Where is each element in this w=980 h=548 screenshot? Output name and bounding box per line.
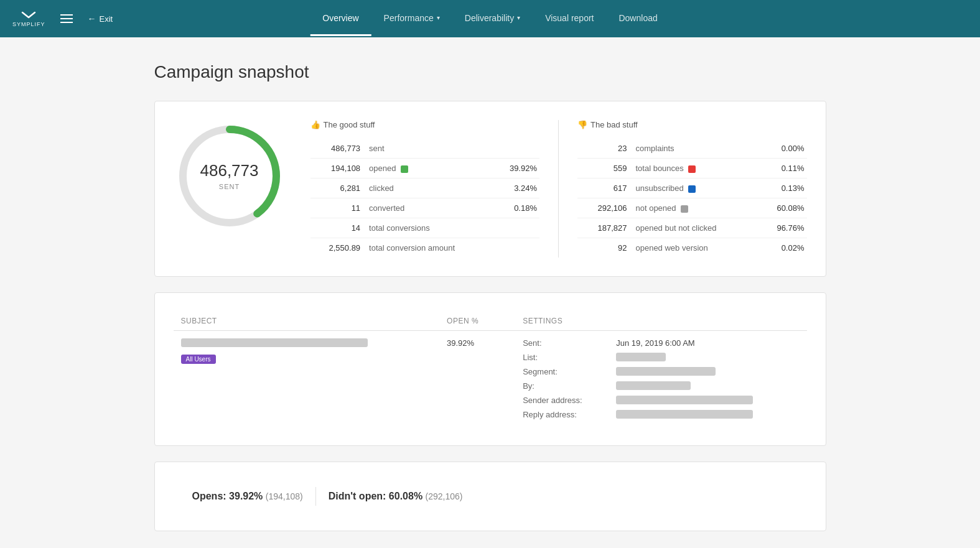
col-settings: Settings — [515, 312, 806, 331]
settings-grid: Sent: Jun 19, 2019 6:00 AM List: Segment… — [523, 338, 799, 419]
exit-label: Exit — [100, 14, 113, 24]
bad-stats-title: 👎 The bad stuff — [577, 120, 807, 129]
opens-count: (194,108) — [266, 491, 303, 501]
unsubscribed-color-dot — [688, 185, 696, 193]
good-stats-title: 👍 The good stuff — [310, 120, 540, 129]
good-stat-clicked: 6,281 clicked 3.24% — [310, 179, 540, 198]
opens-stat: Opens: 39.92% (194,108) — [192, 491, 303, 502]
good-stats-section: 👍 The good stuff 486,773 sent 194,108 — [310, 120, 540, 258]
settings-reply-label: Reply address: — [523, 410, 610, 419]
settings-reply-value — [616, 410, 753, 419]
col-subject: Subject — [174, 312, 440, 331]
opens-pct: 39.92% — [229, 491, 263, 501]
campaign-detail-card: Subject Open % Settings blurred subject … — [154, 292, 826, 446]
campaign-table: Subject Open % Settings blurred subject … — [174, 312, 807, 427]
donut-center: 486,773 SENT — [200, 161, 259, 192]
didnt-open-stat: Didn't open: 60.08% (292,106) — [329, 491, 463, 502]
bad-stat-opened-not-clicked: 187,827 opened but not clicked 96.76% — [577, 218, 807, 238]
header-left: SYMPLIFY ← Exit — [12, 10, 113, 27]
exit-button[interactable]: ← Exit — [88, 14, 113, 24]
settings-by-label: By: — [523, 381, 610, 391]
campaign-row: blurred subject text here shown redacted… — [174, 331, 807, 427]
stats-sections: 👍 The good stuff 486,773 sent 194,108 — [310, 120, 807, 258]
campaign-subject-cell: blurred subject text here shown redacted… — [174, 331, 440, 427]
deliverability-dropdown-icon: ▾ — [517, 14, 520, 21]
campaign-settings-cell: Sent: Jun 19, 2019 6:00 AM List: Segment… — [515, 331, 806, 427]
logo-text: SYMPLIFY — [12, 21, 45, 27]
nav-overview[interactable]: Overview — [310, 2, 371, 36]
settings-segment-value — [616, 367, 716, 376]
settings-sender-label: Sender address: — [523, 396, 610, 405]
donut-label: SENT — [219, 183, 240, 190]
nav-deliverability[interactable]: Deliverability ▾ — [452, 2, 533, 36]
performance-dropdown-icon: ▾ — [437, 14, 440, 21]
nav-performance[interactable]: Performance ▾ — [371, 2, 452, 36]
opened-color-dot — [401, 165, 408, 173]
bottom-divider — [315, 487, 316, 506]
donut-chart: 486,773 SENT — [174, 120, 286, 232]
snapshot-card: 486,773 SENT 👍 The good stuff 486,773 — [154, 101, 826, 277]
bad-stats-section: 👎 The bad stuff 23 complaints 0.00% 559 — [577, 120, 807, 258]
stats-divider — [558, 120, 559, 258]
subject-blurred: blurred subject text here shown redacted — [181, 338, 368, 347]
not-opened-color-dot — [681, 205, 688, 213]
settings-sent-value: Jun 19, 2019 6:00 AM — [616, 338, 799, 348]
bad-stat-unsubscribed: 617 unsubscribed 0.13% — [577, 179, 807, 198]
didnt-open-pct: 60.08% — [389, 491, 422, 501]
didnt-open-label: Didn't open: — [329, 491, 386, 501]
bottom-stats: Opens: 39.92% (194,108) Didn't open: 60.… — [174, 475, 807, 518]
snapshot-grid: 486,773 SENT 👍 The good stuff 486,773 — [174, 120, 807, 258]
settings-segment-label: Segment: — [523, 367, 610, 376]
main-content: Campaign snapshot 486,773 SENT — [117, 37, 864, 548]
bad-stat-opened-web: 92 opened web version 0.02% — [577, 238, 807, 258]
settings-sender-value — [616, 396, 753, 404]
logo: SYMPLIFY — [12, 10, 45, 27]
thumbs-down-icon: 👎 — [577, 120, 587, 129]
good-stats-table: 486,773 sent 194,108 opened 39.92% 6,281 — [310, 139, 540, 258]
bounces-color-dot — [688, 165, 696, 173]
col-open-pct: Open % — [439, 312, 515, 331]
good-stat-sent: 486,773 sent — [310, 139, 540, 159]
page-title: Campaign snapshot — [154, 62, 826, 82]
all-users-tag: All Users — [181, 355, 216, 364]
settings-list-value — [616, 353, 666, 361]
hamburger-button[interactable] — [58, 12, 75, 26]
opens-label: Opens: — [192, 491, 226, 501]
header: SYMPLIFY ← Exit Overview Performance ▾ D… — [0, 0, 980, 37]
nav-download[interactable]: Download — [606, 2, 670, 36]
bottom-stats-card: Opens: 39.92% (194,108) Didn't open: 60.… — [154, 462, 826, 531]
settings-sent-label: Sent: — [523, 338, 610, 348]
bad-stat-complaints: 23 complaints 0.00% — [577, 139, 807, 159]
bad-stats-table: 23 complaints 0.00% 559 total bounces 0.… — [577, 139, 807, 258]
settings-list-label: List: — [523, 353, 610, 362]
donut-number: 486,773 — [200, 161, 259, 180]
settings-by-value — [616, 381, 691, 390]
didnt-open-count: (292,106) — [426, 491, 463, 501]
good-stat-converted: 11 converted 0.18% — [310, 198, 540, 218]
main-nav: Overview Performance ▾ Deliverability ▾ … — [310, 2, 670, 36]
nav-visual-report[interactable]: Visual report — [533, 2, 606, 36]
good-stat-total-conversions: 14 total conversions — [310, 218, 540, 238]
thumbs-up-icon: 👍 — [310, 120, 320, 129]
bad-stat-not-opened: 292,106 not opened 60.08% — [577, 198, 807, 218]
campaign-open-pct-cell: 39.92% — [439, 331, 515, 427]
good-stat-conversion-amount: 2,550.89 total conversion amount — [310, 238, 540, 258]
bad-stat-bounces: 559 total bounces 0.11% — [577, 159, 807, 179]
good-stat-opened: 194,108 opened 39.92% — [310, 159, 540, 179]
